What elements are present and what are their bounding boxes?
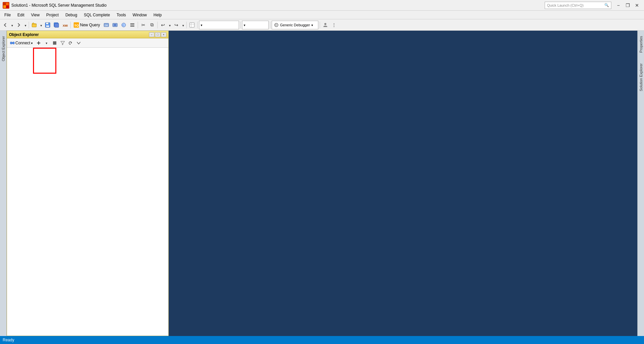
toolbar-separator-9: [320, 22, 320, 28]
object-explorer-content: [7, 48, 168, 336]
menu-edit[interactable]: Edit: [14, 11, 27, 19]
oe-refresh-button[interactable]: [67, 39, 74, 47]
menu-debug[interactable]: Debug: [62, 11, 80, 19]
toolbar-separator-3: [138, 22, 138, 28]
quick-launch-box[interactable]: Quick Launch (Ctrl+Q) 🔍: [545, 2, 611, 9]
toolbar-forward-dropdown[interactable]: [23, 21, 27, 29]
menu-tools[interactable]: Tools: [114, 11, 129, 19]
toolbar-undo-dropdown[interactable]: [168, 21, 172, 29]
left-side-panel: Object Explorer: [0, 31, 7, 336]
oe-connect-button[interactable]: Connect: [8, 39, 34, 47]
title-bar-center: Quick Launch (Ctrl+Q) 🔍: [107, 2, 614, 9]
svg-rect-7: [46, 25, 49, 27]
sidebar-item-solution-explorer[interactable]: Solution Explorer: [638, 61, 644, 93]
svg-rect-26: [13, 42, 14, 44]
toolbar-save-button[interactable]: [44, 21, 52, 29]
object-explorer-toolbar: Connect: [7, 38, 168, 48]
toolbar-back-button[interactable]: [1, 21, 9, 29]
toolbar-separator-8: [270, 22, 270, 28]
oe-stop-button[interactable]: [51, 39, 58, 47]
menu-view[interactable]: View: [28, 11, 43, 19]
red-highlight-annotation: [33, 48, 56, 74]
app-icon: [3, 2, 9, 9]
toolbar-more-button[interactable]: ⋮: [330, 21, 338, 29]
object-explorer-panel: Object Explorer − □ × Connect: [7, 31, 169, 336]
menu-window[interactable]: Window: [130, 11, 150, 19]
svg-rect-3: [6, 5, 9, 8]
main-editor-area: Properties Solution Explorer: [169, 31, 644, 336]
menu-help[interactable]: Help: [151, 11, 165, 19]
oe-arrow-icon: [46, 40, 47, 45]
toolbar-saveall-button[interactable]: [52, 21, 60, 29]
database-dropdown-arrow: [201, 23, 202, 27]
toolbar-redo-button[interactable]: ↪: [172, 21, 180, 29]
execute-dropdown[interactable]: [242, 21, 269, 29]
oe-connect-label: Connect: [15, 41, 30, 45]
svg-point-24: [324, 23, 326, 25]
database-dropdown[interactable]: [199, 21, 239, 29]
new-query-icon: SQL: [74, 22, 79, 28]
toolbar-profile-button[interactable]: [321, 21, 329, 29]
minimize-button[interactable]: −: [614, 2, 623, 9]
debugger-dropdown[interactable]: Generic Debugger: [272, 21, 318, 29]
quick-launch-placeholder: Quick Launch (Ctrl+Q): [547, 3, 584, 7]
toolbar-btn-extra4[interactable]: [128, 21, 136, 29]
sidebar-item-object-explorer[interactable]: Object Explorer: [1, 34, 6, 63]
menu-sql-complete[interactable]: SQL Complete: [81, 11, 113, 19]
toolbar-results-button[interactable]: [188, 21, 196, 29]
oe-close-button[interactable]: ×: [161, 32, 166, 37]
close-button[interactable]: ✕: [633, 2, 641, 9]
toolbar-copy-button[interactable]: ⧉: [148, 21, 156, 29]
forward-arrow-icon: [25, 22, 26, 28]
toolbar-btn-extra3[interactable]: i: [120, 21, 128, 29]
svg-rect-0: [3, 3, 6, 5]
connect-arrow-icon: [31, 41, 33, 45]
status-bar: Ready: [0, 336, 644, 344]
toolbar-back-dropdown[interactable]: [10, 21, 14, 29]
oe-filter-button[interactable]: [59, 39, 66, 47]
svg-rect-25: [10, 42, 12, 44]
redo-arrow-icon: [182, 22, 184, 28]
menu-project[interactable]: Project: [43, 11, 62, 19]
toolbar-separator-2: [70, 22, 71, 28]
object-explorer-titlebar[interactable]: Object Explorer − □ ×: [7, 31, 168, 38]
svg-point-18: [122, 23, 126, 27]
toolbar-open-dropdown[interactable]: [39, 21, 43, 29]
new-query-button[interactable]: SQL New Query: [72, 21, 102, 29]
oe-auto-hide-button[interactable]: −: [149, 32, 154, 37]
svg-text:DB: DB: [105, 24, 108, 27]
toolbar-redo-dropdown[interactable]: [181, 21, 185, 29]
toolbar-forward-button[interactable]: [15, 21, 23, 29]
oe-collapse-button[interactable]: [75, 39, 82, 47]
toolbar-open-button[interactable]: [30, 21, 38, 29]
debugger-label: Generic Debugger: [280, 23, 310, 27]
menu-bar: File Edit View Project Debug SQL Complet…: [0, 11, 644, 19]
svg-text:XML: XML: [63, 24, 68, 27]
title-bar-left: Solution1 - Microsoft SQL Server Managem…: [3, 2, 107, 9]
svg-rect-10: [55, 23, 59, 27]
svg-rect-20: [190, 23, 194, 27]
window-controls: − ❐ ✕: [614, 2, 641, 9]
svg-text:SQL: SQL: [74, 24, 79, 27]
restore-button[interactable]: ❐: [623, 2, 632, 9]
toolbar-savexml-button[interactable]: XML: [61, 21, 69, 29]
toolbar-separator-6: [197, 22, 198, 28]
main-toolbar: XML SQL New Query DB i: [0, 19, 644, 31]
sidebar-item-properties[interactable]: Properties: [638, 34, 644, 55]
connect-icon: [10, 41, 15, 45]
svg-rect-2: [3, 5, 6, 8]
toolbar-undo-button[interactable]: ↩: [159, 21, 167, 29]
oe-title-controls: − □ ×: [149, 32, 166, 37]
oe-float-button[interactable]: □: [155, 32, 160, 37]
search-icon: 🔍: [604, 3, 609, 7]
back-arrow-icon: [11, 22, 13, 28]
menu-file[interactable]: File: [1, 11, 14, 19]
toolbar-separator-7: [240, 22, 241, 28]
toolbar-btn-extra2[interactable]: [111, 21, 119, 29]
oe-disconnect-button[interactable]: [35, 39, 42, 47]
oe-arrow-button[interactable]: [43, 39, 50, 47]
execute-arrow-icon: [244, 23, 245, 27]
toolbar-btn-extra1[interactable]: DB: [102, 21, 110, 29]
toolbar-cut-button[interactable]: ✂: [139, 21, 147, 29]
new-query-label: New Query: [80, 23, 100, 27]
